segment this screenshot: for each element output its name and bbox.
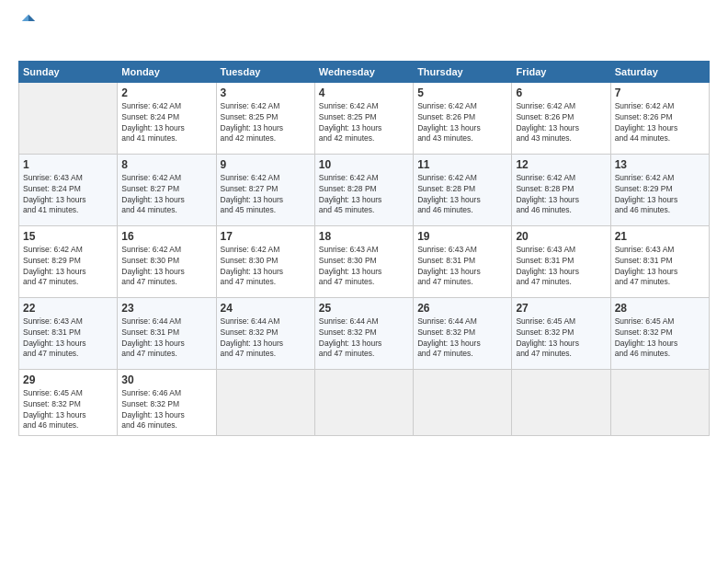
day-number: 12: [516, 158, 606, 171]
calendar-cell: 25Sunrise: 6:44 AMSunset: 8:32 PMDayligh…: [314, 297, 413, 369]
calendar-cell: 2Sunrise: 6:42 AMSunset: 8:24 PMDaylight…: [118, 82, 216, 154]
calendar-week-3: 22Sunrise: 6:43 AMSunset: 8:31 PMDayligh…: [19, 297, 710, 369]
col-header-friday: Friday: [512, 61, 610, 82]
calendar-cell: 7Sunrise: 6:42 AMSunset: 8:26 PMDaylight…: [610, 82, 709, 154]
day-number: 6: [516, 86, 606, 99]
day-number: 26: [417, 302, 507, 315]
day-number: 17: [221, 230, 311, 243]
day-number: 25: [319, 302, 409, 315]
calendar-cell: 18Sunrise: 6:43 AMSunset: 8:30 PMDayligh…: [314, 225, 413, 297]
day-number: 9: [221, 158, 311, 171]
calendar-header-row: SundayMondayTuesdayWednesdayThursdayFrid…: [19, 61, 710, 82]
day-detail: Sunrise: 6:42 AMSunset: 8:26 PMDaylight:…: [516, 101, 606, 145]
day-number: 27: [516, 302, 606, 315]
day-detail: Sunrise: 6:43 AMSunset: 8:31 PMDaylight:…: [516, 245, 606, 289]
calendar-cell: 16Sunrise: 6:42 AMSunset: 8:30 PMDayligh…: [118, 225, 216, 297]
calendar-cell: [19, 82, 118, 154]
day-number: 1: [23, 158, 113, 171]
day-number: 10: [319, 158, 409, 171]
day-detail: Sunrise: 6:45 AMSunset: 8:32 PMDaylight:…: [516, 316, 606, 361]
day-number: 30: [121, 373, 211, 386]
calendar-cell: 19Sunrise: 6:43 AMSunset: 8:31 PMDayligh…: [414, 225, 512, 297]
calendar-cell: 3Sunrise: 6:42 AMSunset: 8:25 PMDaylight…: [216, 82, 314, 154]
day-number: 24: [221, 302, 311, 315]
calendar-cell: 8Sunrise: 6:42 AMSunset: 8:27 PMDaylight…: [118, 154, 216, 225]
day-detail: Sunrise: 6:44 AMSunset: 8:32 PMDaylight:…: [417, 316, 507, 361]
calendar-cell: 27Sunrise: 6:45 AMSunset: 8:32 PMDayligh…: [512, 297, 610, 369]
calendar-cell: 20Sunrise: 6:43 AMSunset: 8:31 PMDayligh…: [512, 225, 610, 297]
day-detail: Sunrise: 6:42 AMSunset: 8:28 PMDaylight:…: [516, 173, 606, 217]
col-header-saturday: Saturday: [610, 61, 709, 82]
day-number: 4: [319, 86, 409, 99]
day-number: 13: [615, 158, 705, 171]
day-detail: Sunrise: 6:45 AMSunset: 8:32 PMDaylight:…: [615, 316, 705, 361]
calendar-cell: 26Sunrise: 6:44 AMSunset: 8:32 PMDayligh…: [414, 297, 512, 369]
day-number: 28: [615, 302, 705, 315]
calendar-cell: [512, 369, 610, 436]
day-detail: Sunrise: 6:42 AMSunset: 8:28 PMDaylight:…: [417, 173, 507, 217]
day-detail: Sunrise: 6:43 AMSunset: 8:31 PMDaylight:…: [615, 245, 705, 289]
day-number: 22: [23, 302, 113, 315]
day-number: 11: [417, 158, 507, 171]
calendar-table: SundayMondayTuesdayWednesdayThursdayFrid…: [18, 61, 710, 437]
col-header-thursday: Thursday: [414, 61, 512, 82]
calendar-cell: 30Sunrise: 6:46 AMSunset: 8:32 PMDayligh…: [118, 369, 216, 436]
day-detail: Sunrise: 6:43 AMSunset: 8:24 PMDaylight:…: [23, 173, 113, 217]
day-number: 15: [23, 230, 113, 243]
calendar-week-0: 2Sunrise: 6:42 AMSunset: 8:24 PMDaylight…: [19, 82, 710, 154]
calendar-week-2: 15Sunrise: 6:42 AMSunset: 8:29 PMDayligh…: [19, 225, 710, 297]
day-number: 20: [516, 230, 606, 243]
day-detail: Sunrise: 6:42 AMSunset: 8:26 PMDaylight:…: [615, 101, 705, 145]
day-number: 23: [121, 302, 211, 315]
day-detail: Sunrise: 6:42 AMSunset: 8:25 PMDaylight:…: [221, 101, 311, 145]
calendar-cell: 12Sunrise: 6:42 AMSunset: 8:28 PMDayligh…: [512, 154, 610, 225]
calendar-cell: 29Sunrise: 6:45 AMSunset: 8:32 PMDayligh…: [19, 369, 118, 436]
day-detail: Sunrise: 6:42 AMSunset: 8:30 PMDaylight:…: [221, 245, 311, 289]
calendar-cell: 15Sunrise: 6:42 AMSunset: 8:29 PMDayligh…: [19, 225, 118, 297]
calendar-cell: 4Sunrise: 6:42 AMSunset: 8:25 PMDaylight…: [314, 82, 413, 154]
calendar-cell: 10Sunrise: 6:42 AMSunset: 8:28 PMDayligh…: [314, 154, 413, 225]
col-header-tuesday: Tuesday: [216, 61, 314, 82]
calendar-cell: 24Sunrise: 6:44 AMSunset: 8:32 PMDayligh…: [216, 297, 314, 369]
day-detail: Sunrise: 6:42 AMSunset: 8:25 PMDaylight:…: [319, 101, 409, 145]
day-detail: Sunrise: 6:42 AMSunset: 8:27 PMDaylight:…: [221, 173, 311, 217]
day-number: 2: [121, 86, 211, 99]
day-number: 16: [121, 230, 211, 243]
day-number: 7: [615, 86, 705, 99]
day-detail: Sunrise: 6:42 AMSunset: 8:30 PMDaylight:…: [121, 245, 211, 289]
day-number: 18: [319, 230, 409, 243]
col-header-sunday: Sunday: [19, 61, 118, 82]
calendar-cell: 1Sunrise: 6:43 AMSunset: 8:24 PMDaylight…: [19, 154, 118, 225]
header: [18, 17, 710, 52]
calendar-cell: 5Sunrise: 6:42 AMSunset: 8:26 PMDaylight…: [414, 82, 512, 154]
day-detail: Sunrise: 6:42 AMSunset: 8:24 PMDaylight:…: [121, 101, 211, 145]
day-number: 19: [417, 230, 507, 243]
day-detail: Sunrise: 6:42 AMSunset: 8:28 PMDaylight:…: [319, 173, 409, 217]
day-detail: Sunrise: 6:46 AMSunset: 8:32 PMDaylight:…: [121, 388, 211, 432]
day-detail: Sunrise: 6:42 AMSunset: 8:29 PMDaylight:…: [23, 245, 113, 289]
logo-icon: [20, 13, 37, 29]
day-detail: Sunrise: 6:44 AMSunset: 8:32 PMDaylight:…: [221, 316, 311, 361]
calendar-cell: 21Sunrise: 6:43 AMSunset: 8:31 PMDayligh…: [610, 225, 709, 297]
day-detail: Sunrise: 6:44 AMSunset: 8:31 PMDaylight:…: [121, 316, 211, 361]
calendar-cell: 28Sunrise: 6:45 AMSunset: 8:32 PMDayligh…: [610, 297, 709, 369]
day-detail: Sunrise: 6:42 AMSunset: 8:26 PMDaylight:…: [417, 101, 507, 145]
day-detail: Sunrise: 6:43 AMSunset: 8:31 PMDaylight:…: [417, 245, 507, 289]
calendar-cell: [314, 369, 413, 436]
col-header-wednesday: Wednesday: [314, 61, 413, 82]
day-number: 3: [221, 86, 311, 99]
col-header-monday: Monday: [118, 61, 216, 82]
day-detail: Sunrise: 6:42 AMSunset: 8:29 PMDaylight:…: [615, 173, 705, 217]
day-detail: Sunrise: 6:43 AMSunset: 8:30 PMDaylight:…: [319, 245, 409, 289]
page: SundayMondayTuesdayWednesdayThursdayFrid…: [0, 0, 728, 563]
calendar-cell: 6Sunrise: 6:42 AMSunset: 8:26 PMDaylight…: [512, 82, 610, 154]
logo: [18, 17, 37, 52]
day-number: 29: [23, 373, 113, 386]
day-detail: Sunrise: 6:43 AMSunset: 8:31 PMDaylight:…: [23, 316, 113, 361]
calendar-cell: 9Sunrise: 6:42 AMSunset: 8:27 PMDaylight…: [216, 154, 314, 225]
calendar-cell: [216, 369, 314, 436]
calendar-cell: 11Sunrise: 6:42 AMSunset: 8:28 PMDayligh…: [414, 154, 512, 225]
day-number: 5: [417, 86, 507, 99]
logo-text: [18, 33, 37, 52]
calendar-week-4: 29Sunrise: 6:45 AMSunset: 8:32 PMDayligh…: [19, 369, 710, 436]
